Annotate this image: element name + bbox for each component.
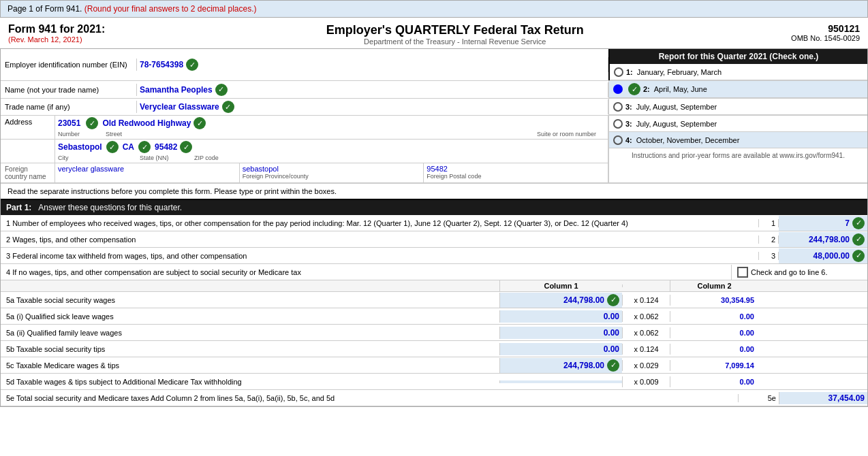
addr-zip: 95482 — [155, 142, 177, 152]
quarter-option-1[interactable]: 1: January, February, March — [610, 64, 867, 80]
line-3-value-box[interactable]: 48,000.00 ✓ — [779, 248, 867, 263]
omb-number: OMB No. 1545-0029 — [791, 34, 860, 42]
form-title: Form 941 for 2021: — [8, 23, 105, 35]
row-5c-val-wrap: 244,798.00 ✓ — [563, 359, 619, 372]
line-2-row: 2 Wages, tips, and other compensation 2 … — [1, 231, 867, 248]
quarter-option-3b[interactable]: 3: July, August, September — [609, 116, 867, 132]
q2-check-icon: ✓ — [628, 83, 640, 95]
zip-sublabel: ZIP code — [194, 154, 219, 161]
trade-check-icon: ✓ — [222, 101, 234, 113]
row-5d-col1[interactable] — [499, 380, 622, 383]
page-wrapper: Page 1 of Form 941. (Round your final an… — [0, 0, 868, 407]
name-value-box[interactable]: Samantha Peoples ✓ — [137, 82, 608, 97]
dept-label: Department of the Treasury - Internal Re… — [119, 37, 791, 46]
line-3-row: 3 Federal income tax withheld from wages… — [1, 248, 867, 264]
row-5ai: 5a (i) Qualified sick leave wages 0.00 x… — [1, 308, 867, 325]
part1-title: Answer these questions for this quarter. — [38, 203, 182, 212]
quarter-option-3[interactable]: 3: July, August, September — [609, 99, 867, 115]
line-5e-value-box[interactable]: 37,454.09 — [779, 392, 867, 404]
quarter-num-3: 3: — [625, 103, 632, 111]
radio-q4[interactable] — [613, 135, 623, 145]
line-1-row: 1 Number of employees who received wages… — [1, 215, 867, 231]
foreign-postal-box: 95482 Foreign Postal code — [424, 163, 608, 182]
name-row: Name (not your trade name) Samantha Peop… — [1, 81, 867, 99]
line-4-checkbox[interactable] — [737, 267, 748, 278]
row-5ai-col1[interactable]: 0.00 — [499, 310, 622, 323]
line-4-row: 4 If no wages, tips, and other compensat… — [1, 264, 867, 280]
row-5c: 5c Taxable Medicare wages & tips 244,798… — [1, 357, 867, 374]
foreign-province-value: sebastopol — [243, 165, 421, 173]
header-section: Form 941 for 2021: (Rev. March 12, 2021)… — [0, 18, 868, 49]
part1-header: Part 1: Answer these questions for this … — [1, 200, 867, 215]
line-4-check-area: Check and go to line 6. — [731, 265, 867, 280]
addr-num-street-row: Address 23051 ✓ Old Redwood Highway ✓ Nu… — [1, 116, 608, 140]
quarter-option-4[interactable]: 4: October, November, December — [609, 132, 867, 148]
banner-text: Page 1 of Form 941. — [7, 4, 82, 14]
row-5ai-desc: 5a (i) Qualified sick leave wages — [1, 310, 499, 323]
row-5a-val-wrap: 244,798.00 ✓ — [563, 294, 619, 306]
radio-q3b[interactable] — [613, 119, 623, 129]
ein-value: 78-7654398 — [140, 60, 183, 69]
foreign-country-value-box: veryclear glassware — [55, 163, 240, 182]
row-5a-mult: x 0.124 — [622, 295, 670, 306]
line-2-value-box[interactable]: 244,798.00 ✓ — [779, 232, 867, 247]
addr-city-fields: Sebastopol ✓ CA ✓ 95482 ✓ City State (NN… — [55, 140, 608, 163]
trade-label: Trade name (if any) — [1, 101, 137, 113]
addr-number-street-fields: 23051 ✓ Old Redwood Highway ✓ Number Str… — [55, 116, 608, 139]
addr-city-state-zip-values: Sebastopol ✓ CA ✓ 95482 ✓ — [58, 141, 605, 153]
row-5aii-col1[interactable]: 0.00 — [499, 327, 622, 339]
trade-value: Veryclear Glassware — [140, 102, 219, 112]
quarter-options-34: 3: July, August, September 4: October, N… — [608, 116, 867, 182]
line-2-desc: 2 Wages, tips, and other compensation — [1, 233, 758, 246]
radio-q1[interactable] — [614, 67, 623, 77]
row-5b: 5b Taxable social security tips 0.00 x 0… — [1, 341, 867, 357]
quarter-option-2[interactable]: ✓ 2: April, May, June — [609, 81, 867, 98]
row-5aii: 5a (ii) Qualified family leave wages 0.0… — [1, 325, 867, 341]
quarter-label-1: January, February, March — [637, 68, 722, 76]
city-sublabel: City — [58, 154, 140, 161]
addr-city: Sebastopol — [58, 142, 102, 152]
addr-zip-check: ✓ — [180, 141, 192, 153]
row-5aii-col2: 0.00 — [670, 327, 758, 338]
line-1-value: 7 — [845, 218, 850, 228]
radio-q2[interactable] — [613, 84, 623, 94]
row-5b-col1[interactable]: 0.00 — [499, 343, 622, 355]
row-5aii-col1-value: 0.00 — [604, 328, 619, 338]
line-1-num: 1 — [758, 219, 779, 227]
trade-row: Trade name (if any) Veryclear Glassware … — [1, 99, 867, 116]
addr-street-sublabel: Street — [106, 131, 537, 137]
line-3-value: 48,000.00 — [813, 251, 850, 261]
row-5a-col1[interactable]: 244,798.00 ✓ — [499, 293, 622, 308]
radio-q3[interactable] — [613, 102, 623, 112]
line-1-value-box[interactable]: 7 ✓ — [779, 216, 867, 231]
part1-label: Part 1: — [6, 203, 31, 212]
quarter-section: Report for this Quarter 2021 (Check one.… — [608, 49, 867, 80]
line-5e-row: 5e Total social security and Medicare ta… — [1, 390, 867, 406]
row-5d-mult: x 0.009 — [622, 376, 670, 387]
addr-city-sublabels: City State (NN) ZIP code — [58, 154, 605, 161]
foreign-province-label: Foreign Province/county — [243, 173, 421, 180]
address-section: Address 23051 ✓ Old Redwood Highway ✓ Nu… — [1, 116, 867, 183]
row-5aii-desc: 5a (ii) Qualified family leave wages — [1, 327, 499, 339]
line-2-num: 2 — [758, 235, 779, 244]
row-5ai-col1-value: 0.00 — [604, 312, 619, 321]
row-5d: 5d Taxable wages & tips subject to Addit… — [1, 374, 867, 390]
foreign-province-box: sebastopol Foreign Province/county — [240, 163, 424, 182]
ein-value-box[interactable]: 78-7654398 ✓ — [137, 57, 608, 72]
foreign-country-label: Foreign country name — [1, 163, 55, 182]
row-5c-col2: 7,099.14 — [670, 360, 758, 371]
quarter-num-2: 2: — [643, 85, 650, 93]
address-label: Address — [1, 116, 55, 139]
addr-suite-sublabel: Suite or room number — [537, 131, 605, 137]
line-2-check: ✓ — [852, 233, 865, 246]
line-5e-desc: 5e Total social security and Medicare ta… — [1, 392, 738, 404]
addr-sublabels: Number Street Suite or room number — [58, 131, 605, 137]
foreign-postal-value: 95482 — [427, 165, 605, 173]
col-header-row: Column 1 Column 2 — [1, 280, 867, 292]
quarter-label-3b: July, August, September — [636, 120, 717, 128]
address-left: Address 23051 ✓ Old Redwood Highway ✓ Nu… — [1, 116, 608, 182]
row-5c-col1[interactable]: 244,798.00 ✓ — [499, 358, 622, 373]
quarter-header: Report for this Quarter 2021 (Check one.… — [610, 49, 867, 64]
trade-value-box[interactable]: Veryclear Glassware ✓ — [137, 99, 608, 114]
addr-number: 23051 — [58, 118, 80, 128]
